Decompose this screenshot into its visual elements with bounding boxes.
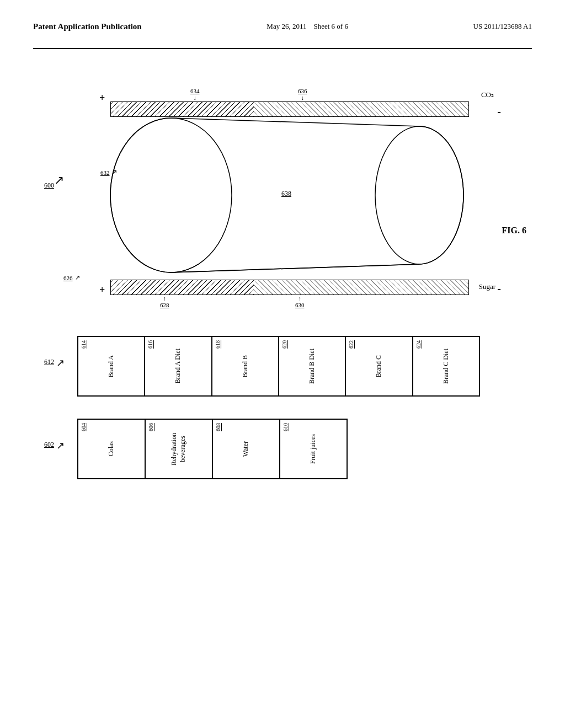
ref-638: 638 (281, 190, 291, 198)
plus-sign-top: + (99, 92, 105, 104)
brand-num: 620 (281, 340, 287, 349)
category-text: Fruit juices (309, 434, 318, 464)
sugar-label: Sugar (479, 282, 495, 291)
category-box: 604 Colas 606 Rehydration beverages 608 … (77, 419, 348, 479)
brand-item: 614 Brand A (78, 337, 145, 395)
category-num: 610 (282, 423, 289, 431)
category-num: 608 (215, 423, 221, 431)
ref-602: 602 (44, 441, 54, 449)
bracket-612: ↗ (56, 357, 65, 369)
sugar-bar-hatch-left (111, 280, 254, 295)
brand-box: 614 Brand A 616 Brand A Diet 618 Brand B… (77, 336, 480, 397)
minus-sign-top: - (497, 105, 501, 118)
brand-num: 624 (415, 340, 422, 349)
category-num: 606 (148, 423, 154, 431)
brand-item: 624 Brand C Diet (413, 337, 479, 395)
brand-text: Brand B (241, 355, 250, 377)
brand-text: Brand A (107, 355, 116, 377)
category-item: 610 Fruit juices (280, 420, 347, 478)
header-center: May 26, 2011 Sheet 6 of 6 (266, 22, 348, 31)
svg-rect-4 (171, 118, 419, 264)
brand-num: 622 (348, 340, 354, 349)
category-item: 608 Water (213, 420, 280, 478)
header-left: Patent Application Publication (33, 22, 142, 31)
brand-text: Brand A Diet (174, 349, 183, 383)
brand-num: 616 (147, 340, 153, 349)
header-divider (33, 48, 532, 49)
bracket-600: ↗ (54, 173, 64, 188)
brand-text: Brand C (375, 355, 383, 377)
category-item: 606 Rehydration beverages (146, 420, 213, 478)
minus-sign-bottom: - (497, 282, 501, 295)
brand-item: 618 Brand B (212, 337, 279, 395)
category-text: Water (242, 441, 250, 457)
ref-626: 626 ↗ (63, 274, 80, 281)
header: Patent Application Publication May 26, 2… (33, 22, 532, 31)
brand-num: 614 (81, 340, 87, 349)
ref-636: 636 ↓ (298, 88, 307, 101)
co2-label: CO₂ (481, 90, 494, 99)
sugar-bar-hatch-right (254, 280, 468, 295)
brand-num: 618 (215, 340, 221, 349)
ref-612: 612 (44, 358, 54, 366)
bracket-602: ↗ (56, 440, 65, 452)
category-text: Rehydration beverages (170, 423, 187, 475)
brand-text: Brand B Diet (308, 349, 317, 384)
svg-line-6 (171, 264, 419, 272)
middle-section: 612 ↗ 614 Brand A 616 Brand A Diet 618 B… (77, 336, 532, 402)
plus-sign-bottom: + (99, 284, 105, 296)
ref-634: 634 ↓ (190, 88, 200, 101)
top-section: 600 ↗ 634 ↓ 636 ↓ + (77, 71, 508, 325)
brand-item: 616 Brand A Diet (145, 337, 212, 395)
ref-628: ↑ 628 (160, 295, 169, 308)
brand-text: Brand C Diet (442, 349, 451, 384)
diagram-area: FIG. 6 600 ↗ 634 ↓ 636 ↓ + (33, 71, 532, 479)
bottom-section: 602 ↗ 604 Colas 606 Rehydration beverage… (77, 419, 532, 479)
sugar-bar (110, 280, 469, 295)
ref-630: ↑ 630 (295, 295, 305, 308)
page: Patent Application Publication May 26, 2… (0, 0, 565, 728)
header-right: US 2011/123688 A1 (473, 22, 532, 31)
category-num: 604 (81, 423, 87, 431)
category-text: Colas (107, 441, 116, 456)
brand-item: 622 Brand C (346, 337, 413, 395)
ref-600: 600 (44, 181, 54, 190)
category-item: 604 Colas (78, 420, 146, 478)
sugar-bar-area: 626 ↗ + Sugar - ↑ 628 (110, 280, 469, 295)
brand-item: 620 Brand B Diet (279, 337, 346, 395)
